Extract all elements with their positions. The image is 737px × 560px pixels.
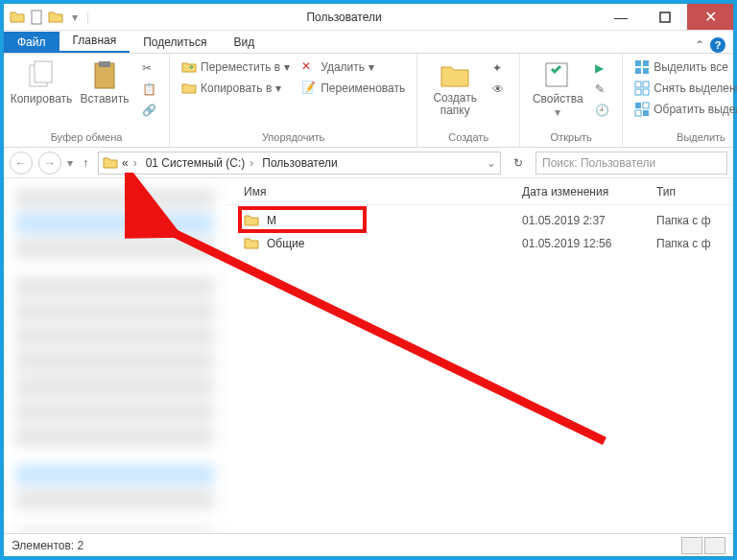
group-select-label: Выделить (630, 129, 737, 143)
col-name[interactable]: Имя (244, 185, 522, 198)
quickaccess-toolbar: ▾ | (4, 10, 89, 25)
edit-icon: ✎ (595, 82, 610, 98)
svg-rect-1 (660, 12, 670, 22)
recent-dropdown[interactable]: ▾ (67, 156, 73, 170)
invert-icon (634, 102, 650, 117)
crumb-root[interactable]: «› (120, 156, 142, 170)
search-input[interactable]: Поиск: Пользователи (535, 152, 727, 175)
properties-button[interactable]: Свойства ▾ (528, 58, 587, 121)
invertselection-button[interactable]: Обратить выделение (630, 100, 737, 119)
copypath-button[interactable]: 📋 (138, 81, 161, 100)
chevron-down-icon[interactable]: ⌄ (487, 156, 496, 170)
svg-rect-16 (643, 110, 649, 116)
up-button[interactable]: ↑ (79, 156, 92, 170)
svg-rect-18 (635, 110, 641, 116)
file-icon[interactable] (29, 10, 44, 25)
window-title: Пользователи (89, 11, 599, 24)
newfolder-button[interactable]: Создать папку (425, 58, 485, 119)
back-button[interactable]: ← (10, 152, 33, 175)
selectall-button[interactable]: Выделить все (630, 58, 737, 77)
edit-button[interactable]: ✎ (591, 81, 614, 100)
pasteshortcut-button[interactable]: 🔗 (138, 102, 161, 121)
crumb-folder[interactable]: Пользователи (260, 156, 339, 170)
view-buttons (681, 537, 725, 554)
group-clipboard-label: Буфер обмена (12, 129, 161, 143)
minimize-button[interactable]: — (599, 4, 643, 30)
folder-icon (10, 10, 25, 25)
col-type[interactable]: Тип (656, 185, 733, 198)
svg-rect-17 (643, 103, 649, 108)
item-name: M (267, 214, 522, 227)
content-area: Имя Дата изменения Тип M 01.05.2019 2:37… (4, 178, 733, 533)
item-name: Общие (267, 237, 522, 250)
svg-rect-3 (35, 61, 52, 82)
folder-icon (244, 213, 261, 228)
help-icon[interactable]: ? (710, 37, 725, 53)
maximize-button[interactable] (643, 4, 687, 30)
history-button[interactable]: 🕘 (591, 102, 614, 121)
paste-icon (89, 59, 120, 90)
explorer-window: ▾ | Пользователи — ✕ Файл Главная Подели… (3, 3, 734, 557)
address-bar: ← → ▾ ↑ «› 01 Системный (C:)› Пользовате… (4, 148, 733, 178)
item-type: Папка с ф (656, 214, 711, 227)
delete-button[interactable]: ✕Удалить ▾ (297, 58, 409, 77)
list-item[interactable]: M 01.05.2019 2:37 Папка с ф (226, 209, 733, 232)
list-item[interactable]: Общие 01.05.2019 12:56 Папка с ф (226, 232, 733, 255)
refresh-button[interactable]: ↻ (507, 152, 530, 175)
easyaccess-button[interactable]: 👁 (488, 81, 511, 100)
crumb-drive[interactable]: 01 Системный (C:)› (144, 156, 259, 170)
open-icon: ▶ (595, 61, 610, 77)
details-view-button[interactable] (681, 537, 702, 554)
move-icon (181, 59, 197, 75)
chevron-down-icon: ▾ (555, 105, 560, 119)
ribbon-tabs: Файл Главная Поделиться Вид ⌃ ? (4, 31, 733, 54)
copy-button[interactable]: Копировать (12, 58, 71, 107)
selectnone-icon (634, 81, 650, 96)
properties-icon (542, 59, 573, 90)
svg-rect-5 (99, 61, 110, 67)
svg-rect-7 (635, 60, 641, 66)
easyaccess-icon: 👁 (492, 82, 508, 98)
folder-icon[interactable] (48, 10, 63, 25)
moveto-button[interactable]: Переместить в ▾ (178, 58, 294, 77)
cut-button[interactable]: ✂ (138, 59, 161, 79)
selectall-icon (634, 59, 650, 75)
copyto-button[interactable]: Копировать в ▾ (178, 79, 294, 98)
item-date: 01.05.2019 12:56 (522, 237, 656, 250)
selectnone-button[interactable]: Снять выделение (630, 79, 737, 98)
column-headers: Имя Дата изменения Тип (226, 178, 733, 205)
collapse-ribbon-icon[interactable]: ⌃ (695, 38, 704, 52)
icons-view-button[interactable] (704, 537, 725, 554)
tab-file[interactable]: Файл (4, 32, 59, 53)
group-open: Свойства ▾ ▶ ✎ 🕘 Открыть (520, 54, 623, 147)
properties-label: Свойства (533, 92, 583, 105)
tab-share[interactable]: Поделиться (130, 32, 220, 53)
paste-button[interactable]: Вставить (75, 58, 134, 107)
rename-button[interactable]: 📝Переименовать (297, 79, 409, 98)
dropdown-icon[interactable]: ▾ (67, 10, 83, 25)
paste-label: Вставить (81, 92, 130, 105)
navigation-tree[interactable] (4, 178, 226, 533)
search-placeholder: Поиск: Пользователи (542, 156, 655, 170)
group-new-label: Создать (425, 129, 511, 143)
copyto-icon (181, 81, 197, 96)
history-icon: 🕘 (595, 104, 610, 119)
col-date[interactable]: Дата изменения (522, 185, 656, 198)
svg-rect-6 (546, 63, 567, 86)
breadcrumb[interactable]: «› 01 Системный (C:)› Пользователи ⌄ (98, 152, 501, 175)
rename-icon: 📝 (301, 81, 317, 96)
forward-button[interactable]: → (38, 152, 61, 175)
shortcut-icon: 🔗 (142, 104, 157, 119)
cut-icon: ✂ (142, 61, 157, 77)
close-button[interactable]: ✕ (687, 4, 733, 30)
newitem-button[interactable]: ✦ (488, 59, 511, 79)
delete-icon: ✕ (301, 59, 317, 75)
tab-home[interactable]: Главная (59, 30, 131, 53)
titlebar: ▾ | Пользователи — ✕ (4, 4, 733, 31)
open-button[interactable]: ▶ (591, 59, 614, 79)
item-type: Папка с ф (656, 237, 711, 250)
tab-view[interactable]: Вид (220, 32, 268, 53)
svg-rect-9 (635, 68, 641, 74)
newfolder-label: Создать папку (431, 92, 479, 117)
path-icon: 📋 (142, 82, 157, 98)
